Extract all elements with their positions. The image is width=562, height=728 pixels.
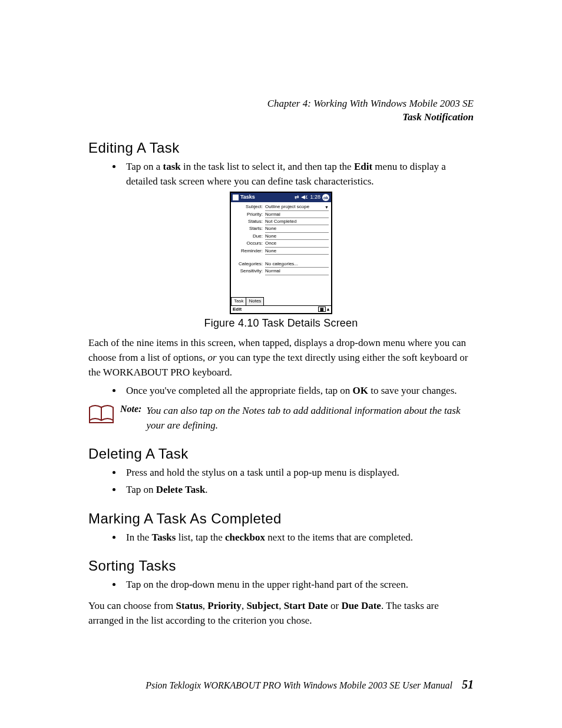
note-label: Note: — [120, 404, 146, 433]
app-title: Tasks — [240, 194, 255, 201]
editing-bullets-2: Once you've completed all the appropriat… — [88, 384, 474, 398]
keyboard-icon[interactable]: ▦ ▴ — [318, 307, 329, 312]
volume-icon: ◀٤ — [301, 194, 308, 201]
list-item: Once you've completed all the appropriat… — [123, 384, 474, 398]
page-number: 51 — [462, 678, 474, 691]
sorting-bullets: Tap on the drop-down menu in the upper r… — [88, 578, 474, 592]
field-sensitivity[interactable]: Sensitivity: Normal — [233, 268, 329, 275]
section-label: Task Notification — [88, 111, 474, 124]
paragraph-after-figure: Each of the nine items in this screen, w… — [88, 335, 474, 380]
list-item: Press and hold the stylus on a task unti… — [123, 466, 474, 480]
list-item: Tap on the drop-down menu in the upper r… — [123, 578, 474, 592]
device-body: Subject: Outline project scope▼ Priority… — [231, 202, 331, 305]
chapter-label: Chapter 4: Working With Windows Mobile 2… — [88, 97, 474, 111]
editing-bullets: Tap on a task in the task list to select… — [88, 160, 474, 189]
note-block: Note: You can also tap on the Notes tab … — [88, 404, 474, 433]
figure-caption: Figure 4.10 Task Details Screen — [88, 317, 474, 330]
device-titlebar: Tasks ⇄ ◀٤ 1:28 ok — [231, 193, 331, 202]
heading-deleting-a-task: Deleting A Task — [88, 446, 474, 462]
heading-sorting-tasks: Sorting Tasks — [88, 558, 474, 574]
footer-text: Psion Teklogix WORKABOUT PRO With Window… — [146, 680, 452, 691]
note-text: You can also tap on the Notes tab to add… — [146, 404, 474, 433]
heading-editing-a-task: Editing A Task — [88, 140, 474, 156]
manual-page: Chapter 4: Working With Windows Mobile 2… — [0, 0, 562, 728]
field-subject[interactable]: Subject: Outline project scope▼ — [233, 204, 329, 210]
list-item: Tap on Delete Task. — [123, 483, 474, 498]
device-bottombar: Edit ▦ ▴ — [231, 305, 331, 313]
field-occurs[interactable]: Occurs: Once — [233, 241, 329, 247]
list-item: Tap on a task in the task list to select… — [123, 160, 474, 189]
field-priority[interactable]: Priority: Normal — [233, 212, 329, 218]
chevron-down-icon[interactable]: ▼ — [325, 205, 329, 210]
device-screenshot: Tasks ⇄ ◀٤ 1:28 ok Subject: Outline proj… — [230, 192, 332, 314]
heading-marking-completed: Marking A Task As Completed — [88, 510, 474, 527]
marking-bullets: In the Tasks list, tap the checkbox next… — [88, 531, 474, 545]
field-due[interactable]: Due: None — [233, 233, 329, 240]
device-tabs: Task Notes — [231, 297, 331, 305]
field-starts[interactable]: Starts: None — [233, 226, 329, 232]
tab-task[interactable]: Task — [231, 297, 246, 305]
ok-button[interactable]: ok — [322, 194, 329, 201]
figure-task-details: Tasks ⇄ ◀٤ 1:28 ok Subject: Outline proj… — [88, 192, 474, 330]
field-reminder[interactable]: Reminder: None — [233, 248, 329, 255]
page-header: Chapter 4: Working With Windows Mobile 2… — [88, 97, 474, 124]
sorting-paragraph: You can choose from Status, Priority, Su… — [88, 598, 474, 628]
clock-label: 1:28 — [310, 194, 320, 201]
start-icon — [233, 195, 239, 200]
book-icon — [88, 404, 114, 424]
edit-menu[interactable]: Edit — [233, 307, 242, 312]
connectivity-icon: ⇄ — [295, 194, 299, 201]
deleting-bullets: Press and hold the stylus on a task unti… — [88, 466, 474, 497]
tab-notes[interactable]: Notes — [246, 297, 264, 305]
list-item: In the Tasks list, tap the checkbox next… — [123, 531, 474, 545]
page-footer: Psion Teklogix WORKABOUT PRO With Window… — [88, 678, 474, 691]
field-status[interactable]: Status: Not Completed — [233, 219, 329, 225]
field-categories[interactable]: Categories: No categories... — [233, 261, 329, 268]
